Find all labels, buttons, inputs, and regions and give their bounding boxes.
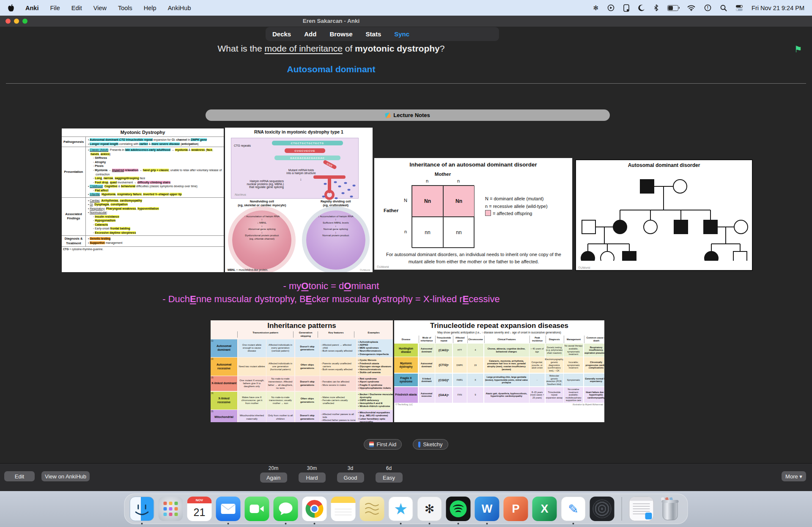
- answer-interval: 3d: [348, 465, 353, 471]
- patterns-cell: One mutant allele enough to cause diseas…: [238, 339, 266, 357]
- cell-subtitle: (eg, erythroblast): [323, 203, 348, 207]
- dock-app-mail[interactable]: [216, 497, 241, 521]
- menu-clock[interactable]: Fri Nov 21 9:24 PM: [752, 5, 804, 11]
- wifi-icon[interactable]: [687, 4, 695, 12]
- dock-app-anki[interactable]: ★: [389, 497, 413, 521]
- menu-file[interactable]: File: [50, 5, 60, 11]
- trinucleotide-cell: HTT: [453, 344, 467, 356]
- macos-menu-bar: Anki FileEditViewToolsHelpAnkiHub ✻!Fri …: [0, 0, 812, 16]
- dock-app-chatgpt[interactable]: ✻: [417, 497, 442, 521]
- card-answer: Autosomal dominant: [0, 64, 662, 74]
- running-indicator-dot: [228, 523, 229, 524]
- lecture-notes-button[interactable]: Lecture Notes: [206, 109, 610, 121]
- menu-view[interactable]: View: [93, 5, 107, 11]
- answer-option: 30mHard: [299, 465, 326, 483]
- mother-allele: n: [443, 178, 474, 183]
- md-table-footnote: CTG = cytosine-thymine-guanine.: [62, 247, 224, 252]
- trinucleotide-cell: ~ 40 years of age: [529, 344, 545, 356]
- dock-app-finder[interactable]: [130, 497, 154, 521]
- apple-menu-icon[interactable]: [8, 4, 14, 12]
- review-bottom-bar: Edit View on AnkiHub 20mAgain30mHard3dGo…: [0, 463, 812, 491]
- trinucleotide-cell: Cataracts, myotonia, arrhythmia, prematu…: [484, 357, 529, 373]
- menu-app-name[interactable]: Anki: [25, 5, 38, 11]
- dock-app-calendar[interactable]: NOV21: [187, 497, 212, 521]
- sync-alert-icon[interactable]: !: [704, 4, 711, 12]
- question-text: ?: [440, 44, 445, 53]
- nucleus-box: CTG repeats CTGCTGCTGCTGCTG CUGCUGCUG GA…: [231, 138, 359, 199]
- desktop: NOV21★✻WPX✎: [0, 491, 812, 527]
- trinucleotide-cell: 4: [467, 344, 483, 356]
- more-button[interactable]: More ▾: [782, 471, 806, 481]
- legend-item: = affected offspring: [485, 210, 548, 218]
- good-button[interactable]: Good: [337, 472, 364, 483]
- reference-buttons: First AidSketchy: [0, 439, 812, 450]
- dock-app-system-settings[interactable]: [590, 497, 614, 521]
- image-myotonic-dystrophy-table: Myotonic Dystrophy Pathogenesis• Autosom…: [61, 128, 224, 273]
- dock-app-excel[interactable]: X: [532, 497, 557, 521]
- dock-app-spotify[interactable]: [446, 497, 471, 521]
- image-punnett-square: Inheritance of an autosomal dominant dis…: [374, 158, 573, 270]
- dock-app-notability[interactable]: ✎: [561, 497, 586, 521]
- bluetooth-icon[interactable]: [654, 4, 658, 12]
- md-section: Diagnosis & Treatment• Genetic testing• …: [62, 236, 224, 247]
- spotlight-icon[interactable]: [720, 4, 727, 12]
- dock-app-chrome[interactable]: [302, 497, 327, 521]
- play-circle-icon[interactable]: [607, 4, 614, 12]
- pedigree-copyright: ©UWorld: [578, 266, 590, 269]
- md-section: Presentation• Classic (Adult): Presents …: [62, 147, 224, 197]
- patterns-cell: • Becker / Duchenne muscular dystrophy• …: [357, 392, 393, 410]
- nav-browse[interactable]: Browse: [329, 30, 352, 38]
- dock-app-launchpad[interactable]: [159, 497, 183, 521]
- menu-help[interactable]: Help: [144, 5, 156, 11]
- punnett-title: Inheritance of an autosomal dominant dis…: [374, 158, 572, 168]
- battery-icon[interactable]: [667, 4, 678, 12]
- rna-step: Abnormal gene splicing: [234, 227, 289, 230]
- patterns-cell: Mitochondria inherited maternally: [238, 410, 266, 422]
- first-aid-button[interactable]: First Aid: [364, 439, 402, 450]
- dock-app-messages[interactable]: [274, 497, 298, 521]
- trinucleotide-header-cell: Mode of inheritance: [419, 336, 435, 343]
- punnett-cell: Nn: [412, 186, 443, 217]
- dock-app-facetime[interactable]: [245, 497, 269, 521]
- again-button[interactable]: Again: [260, 472, 287, 483]
- trinucleotide-cell: Molecular genetic detection (PCR, Southe…: [546, 374, 563, 386]
- trinucleotide-cell: X: [467, 374, 483, 386]
- nav-decks[interactable]: Decks: [272, 30, 291, 38]
- cug-tail: CUG: [323, 160, 337, 170]
- trinucleotide-cell: Autosomal recessive: [419, 387, 435, 403]
- dock-app-word[interactable]: W: [475, 497, 499, 521]
- dock-app-powerpoint[interactable]: P: [504, 497, 528, 521]
- trinucleotide-header-cell: Common cause of death: [584, 336, 605, 343]
- trinucleotide-cell: Generally normal life expectancy: [584, 374, 605, 386]
- dock-trash[interactable]: [658, 497, 683, 521]
- trinucleotide-credits: © The AnKing, LLCIllustration by Mujeeb …: [394, 403, 604, 407]
- focus-moon-icon[interactable]: [638, 4, 645, 12]
- menu-tools[interactable]: Tools: [118, 5, 132, 11]
- punnett-copyright: ©UWorld: [377, 265, 389, 268]
- nav-sync[interactable]: Sync: [394, 30, 409, 38]
- menu-edit[interactable]: Edit: [71, 5, 82, 11]
- chatgpt-icon[interactable]: ✻: [593, 4, 599, 12]
- nav-stats[interactable]: Stats: [366, 30, 381, 38]
- dock-minimized-window[interactable]: [629, 497, 654, 521]
- patterns-cell: Need two mutant alleles: [238, 358, 266, 375]
- patterns-cell: - Females can be affected- More severe i…: [320, 376, 357, 391]
- trinucleotide-cell: Large protruding chin, large genitalia (…: [484, 374, 529, 386]
- menu-ankihub[interactable]: AnkiHub: [168, 5, 191, 11]
- sketchy-button[interactable]: Sketchy: [413, 439, 448, 450]
- patterns-cell: Often skips generations: [295, 358, 320, 375]
- phone-mirroring-icon[interactable]: [623, 4, 629, 12]
- nav-add[interactable]: Add: [304, 30, 316, 38]
- answer-option: 6dEasy: [376, 465, 403, 483]
- trinucleotide-header-cell: Disease: [394, 336, 418, 343]
- image-pedigree-chart: Autosomal dominant disorder ©UWorld: [575, 159, 753, 271]
- nondividing-cell-panel: Nondividing cell(eg, skeletal or cardiac…: [225, 199, 299, 264]
- trinucleotide-header-row: DiseaseMode of inheritanceTrinucleotide …: [394, 336, 604, 343]
- dock-app-notes[interactable]: [331, 497, 356, 521]
- easy-button[interactable]: Easy: [376, 472, 403, 483]
- dock-app-sticky-notes[interactable]: [360, 497, 384, 521]
- hard-button[interactable]: Hard: [299, 472, 326, 483]
- control-center-icon[interactable]: [736, 4, 743, 12]
- trinucleotide-row: Friedreich ataxiaAutosomal recessive(GAA…: [394, 387, 604, 403]
- image-trinucleotide-table: Trinucleotide repeat expansion diseases …: [394, 320, 604, 422]
